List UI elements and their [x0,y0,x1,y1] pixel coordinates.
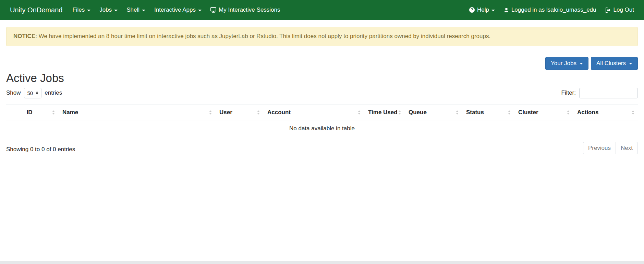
nav-files[interactable]: Files [68,0,95,20]
nav-files-label: Files [72,7,85,13]
filter-input[interactable] [579,88,638,98]
pagination: Previous Next [583,142,638,154]
nav-help[interactable]: ? Help [469,7,495,13]
nav-logout-label: Log Out [613,7,634,13]
column-header-user[interactable]: User [215,105,263,120]
column-header-cluster[interactable]: Cluster [514,105,573,120]
table-footer: Showing 0 to 0 of 0 entries Previous Nex… [6,142,638,154]
sort-icon [209,110,212,115]
logout-icon [605,8,611,13]
table-header-row: ID Name User Account Time Used [6,105,638,120]
nav-shell[interactable]: Shell [122,0,150,20]
chevron-down-icon [87,10,90,11]
user-icon [504,8,509,13]
notice-text: : We have implemented an 8 hour time lim… [35,33,490,39]
chevron-down-icon [629,63,632,64]
nav-help-label: Help [477,7,489,13]
top-navbar: Unity OnDemand Files Jobs Shell Interact… [0,0,644,20]
notice-banner: NOTICE: We have implemented an 8 hour ti… [6,27,638,46]
nav-my-interactive-sessions-label: My Interactive Sessions [219,7,280,13]
nav-my-interactive-sessions[interactable]: My Interactive Sessions [206,0,285,20]
horizontal-scrollbar[interactable] [0,261,644,264]
nav-interactive-apps-label: Interactive Apps [154,7,196,13]
column-header-status[interactable]: Status [462,105,514,120]
sort-icon [456,110,459,115]
empty-row: No data available in table [6,120,638,137]
main-menu: Files Jobs Shell Interactive Apps My Int… [68,0,284,20]
table-controls: Show 50 entries Filter: [6,88,638,98]
column-header-queue[interactable]: Queue [404,105,462,120]
table-info: Showing 0 to 0 of 0 entries [6,142,75,153]
sort-icon [52,110,55,115]
sort-icon [632,110,634,115]
logged-in-status: Logged in as lsaloio_umass_edu [504,7,596,13]
nav-shell-label: Shell [126,7,139,13]
sort-icon [257,110,260,115]
pagination-previous[interactable]: Previous [583,142,616,154]
all-clusters-label: All Clusters [596,60,626,67]
page-length-value: 50 [27,90,33,96]
column-header-id[interactable]: ID [6,105,58,120]
select-stepper-icon [36,91,38,95]
chevron-down-icon [580,63,583,64]
page-length-select[interactable]: 50 [24,88,42,98]
column-header-name[interactable]: Name [58,105,215,120]
main-content: Your Jobs All Clusters Active Jobs Show … [0,57,644,154]
empty-table-message: No data available in table [6,120,638,137]
active-jobs-table: ID Name User Account Time Used [6,105,638,137]
nav-jobs-label: Jobs [99,7,112,13]
column-header-account[interactable]: Account [263,105,364,120]
your-jobs-label: Your Jobs [551,60,576,67]
pagination-next[interactable]: Next [616,142,638,154]
sort-icon [567,110,570,115]
help-icon: ? [469,7,475,13]
sort-icon [508,110,511,115]
sort-icon [358,110,361,115]
filter-toolbar: Your Jobs All Clusters [6,57,638,70]
chevron-down-icon [491,10,495,11]
show-label: Show [6,89,21,96]
entries-label: entries [45,89,62,96]
notice-label: NOTICE [13,33,35,39]
nav-jobs[interactable]: Jobs [95,0,122,20]
desktop-icon [210,7,216,13]
all-clusters-button[interactable]: All Clusters [591,57,638,70]
filter-control: Filter: [561,88,638,98]
your-jobs-button[interactable]: Your Jobs [545,57,588,70]
column-header-time-used[interactable]: Time Used [364,105,404,120]
filter-label: Filter: [561,89,576,96]
navbar-right: ? Help Logged in as lsaloio_umass_edu Lo… [469,7,634,13]
page-title: Active Jobs [6,71,638,85]
page-length-control: Show 50 entries [6,88,62,98]
sort-icon [398,110,401,115]
chevron-down-icon [142,10,145,11]
chevron-down-icon [114,10,118,11]
nav-interactive-apps[interactable]: Interactive Apps [150,0,206,20]
app-brand[interactable]: Unity OnDemand [10,6,62,14]
logged-in-label: Logged in as lsaloio_umass_edu [511,7,596,13]
nav-logout[interactable]: Log Out [605,7,634,13]
chevron-down-icon [198,10,202,11]
column-header-actions[interactable]: Actions [573,105,638,120]
